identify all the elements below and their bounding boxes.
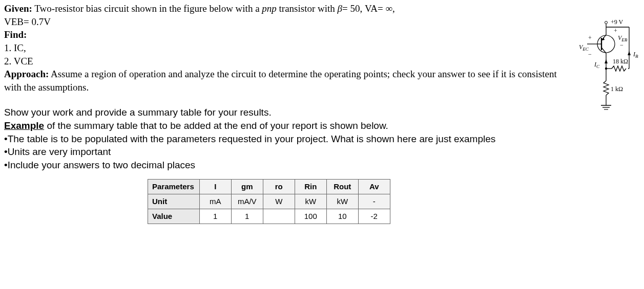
approach-label: Approach: (4, 69, 49, 79)
summary-table: Parameters I gm ro Rin Rout Av Unit mA m… (148, 179, 390, 225)
th-Rout: Rout (326, 179, 358, 194)
summary-table-wrap: Parameters I gm ro Rin Rout Av Unit mA m… (148, 179, 565, 225)
instr-line2: Example of the summary table that to be … (4, 119, 568, 132)
table-unit-row: Unit mA mA/V W kW kW - (148, 194, 390, 209)
find-label: Find: (4, 28, 565, 41)
instructions-block: Show your work and provide a summary tab… (4, 106, 568, 171)
instr-bullet2: •Units are very important (4, 145, 568, 159)
svg-text:+: + (588, 34, 592, 41)
th-unit: Unit (148, 194, 200, 209)
th-gm: gm (231, 179, 263, 194)
table-value-row: Value 1 1 100 10 -2 (148, 209, 390, 224)
vec-label: VEC (579, 43, 589, 52)
instr-bullet3: •Include your answers to two decimal pla… (4, 159, 568, 172)
th-I: I (199, 179, 231, 194)
find-item1: 1. IC, (4, 41, 565, 55)
given-label: Given: (4, 3, 32, 14)
rc-label: 1 kΩ (611, 85, 623, 93)
rb-label: 18 kΩ (613, 58, 628, 65)
th-value: Value (148, 209, 200, 224)
svg-text:−: − (620, 41, 624, 49)
th-Rin: Rin (295, 179, 326, 194)
svg-text:−: − (588, 51, 592, 58)
svg-marker-15 (605, 59, 608, 63)
ic-label: IC (594, 61, 600, 69)
svg-marker-16 (628, 51, 631, 55)
th-ro: ro (263, 179, 295, 194)
given-line2: VEB= 0.7V (4, 15, 565, 29)
th-parameters: Parameters (148, 179, 200, 194)
svg-text:+: + (614, 27, 617, 34)
svg-point-0 (605, 21, 608, 24)
supply-label: +9 V (611, 19, 624, 26)
approach-line: Approach: Assume a region of operation a… (4, 68, 565, 94)
find-item2: 2. VCE (4, 55, 565, 68)
problem-text: Given: Two-resistor bias circuit shown i… (4, 2, 565, 224)
given-line1: Given: Two-resistor bias circuit shown i… (4, 2, 565, 15)
instr-bullet1: •The table is to be populated with the p… (4, 132, 568, 146)
circuit-diagram: +9 V + VEB − + VEC − IC IB (563, 19, 642, 122)
instr-line1: Show your work and provide a summary tab… (4, 106, 568, 119)
table-header-row: Parameters I gm ro Rin Rout Av (148, 179, 390, 194)
th-Av: Av (358, 179, 390, 194)
ib-label: IB (633, 51, 638, 59)
